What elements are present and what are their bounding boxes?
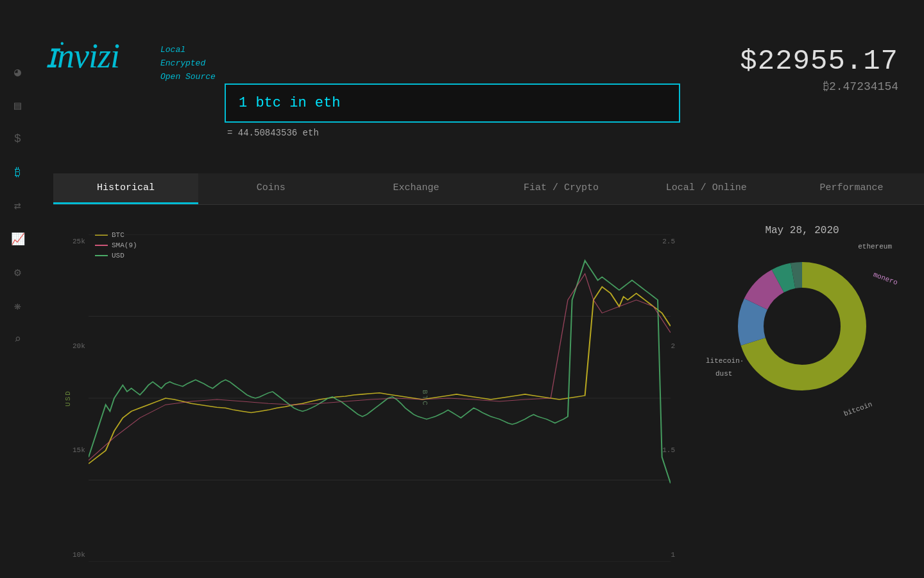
header-line-1: Local bbox=[160, 44, 216, 57]
chart-area: USD BTC SMA(9) USD 25k 20k 15k 10k bbox=[53, 218, 680, 578]
donut-area: May 28, 2020 ethereum monero bbox=[680, 218, 924, 578]
donut-svg bbox=[725, 249, 879, 403]
y-axis-label-left: USD bbox=[64, 390, 72, 407]
balance-btc: ₿2.47234154 bbox=[740, 80, 898, 93]
chart-date: May 28, 2020 bbox=[765, 225, 839, 236]
logo: • ɪnvizi bbox=[45, 39, 148, 73]
sidebar-icon-search[interactable]: ⌕ bbox=[10, 331, 26, 347]
donut-chart: ethereum monero litecoin· dust bitcoin bbox=[725, 249, 879, 403]
sidebar: ◕ ▤ $ ₿ ⇄ 📈 ⚙ ❋ ⌕ bbox=[0, 0, 35, 578]
sidebar-icon-ledger[interactable]: ▤ bbox=[10, 98, 26, 113]
main-content: USD BTC SMA(9) USD 25k 20k 15k 10k bbox=[53, 218, 924, 578]
header-line-2: Encrypted bbox=[160, 57, 216, 71]
historical-chart bbox=[89, 234, 671, 562]
balance-display: $22955.17 ₿2.47234154 bbox=[740, 45, 898, 93]
sidebar-icon-invoice[interactable]: $ bbox=[10, 131, 26, 146]
tabs: Historical Coins Exchange Fiat / Crypto … bbox=[53, 173, 924, 205]
donut-inner bbox=[765, 289, 839, 363]
sidebar-icon-pie-chart[interactable]: ◕ bbox=[10, 64, 26, 80]
tab-fiat-crypto[interactable]: Fiat / Crypto bbox=[489, 173, 634, 204]
search-input[interactable] bbox=[225, 83, 680, 123]
search-container: = 44.50843536 eth bbox=[225, 83, 680, 138]
tab-local-online[interactable]: Local / Online bbox=[634, 173, 779, 204]
search-result: = 44.50843536 eth bbox=[225, 128, 680, 138]
sidebar-icon-analytics[interactable]: 📈 bbox=[10, 231, 26, 247]
sidebar-icon-settings[interactable]: ⚙ bbox=[10, 265, 26, 280]
sidebar-icon-bitcoin[interactable]: ₿ bbox=[10, 164, 26, 180]
tab-performance[interactable]: Performance bbox=[779, 173, 924, 204]
sidebar-icon-transfer[interactable]: ⇄ bbox=[10, 198, 26, 213]
y-tick-15k: 15k bbox=[73, 446, 85, 454]
y-tick-10k: 10k bbox=[73, 551, 85, 559]
tab-historical[interactable]: Historical bbox=[53, 173, 198, 204]
btc-value: 2.47234154 bbox=[829, 80, 898, 93]
tab-coins[interactable]: Coins bbox=[198, 173, 343, 204]
donut-label-ethereum: ethereum bbox=[858, 243, 892, 250]
y-tick-20k: 20k bbox=[73, 342, 85, 350]
header-info: Local Encrypted Open Source bbox=[160, 39, 216, 83]
donut-label-dust: dust bbox=[715, 370, 732, 378]
sidebar-icon-network[interactable]: ❋ bbox=[10, 298, 26, 313]
balance-usd: $22955.17 bbox=[740, 45, 898, 77]
donut-label-litecoin: litecoin· bbox=[706, 357, 744, 365]
y-tick-25k: 25k bbox=[73, 238, 85, 245]
tab-exchange[interactable]: Exchange bbox=[343, 173, 488, 204]
btc-symbol: ₿ bbox=[823, 80, 829, 93]
header-line-3: Open Source bbox=[160, 71, 216, 84]
